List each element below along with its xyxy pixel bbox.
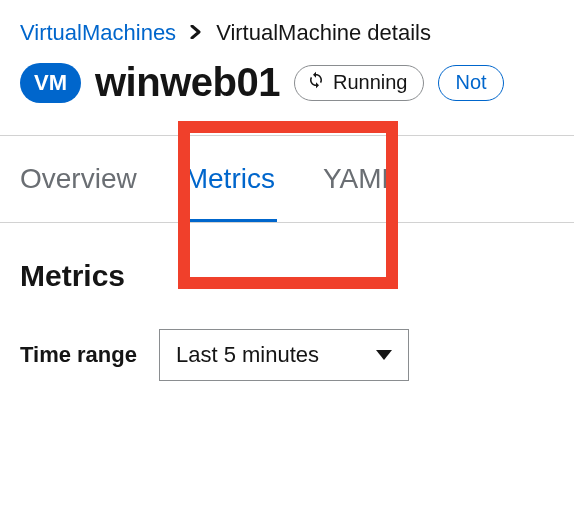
breadcrumb: VirtualMachines VirtualMachine details — [20, 20, 574, 46]
time-range-row: Time range Last 5 minutes — [20, 329, 574, 381]
breadcrumb-parent-link[interactable]: VirtualMachines — [20, 20, 176, 46]
caret-down-icon — [376, 350, 392, 360]
status-badge: Running — [294, 65, 425, 101]
divider — [0, 222, 574, 223]
tab-metrics[interactable]: Metrics — [161, 135, 299, 223]
tabs: Overview Metrics YAML — [20, 135, 574, 223]
tab-overview[interactable]: Overview — [20, 135, 161, 223]
time-range-value: Last 5 minutes — [176, 342, 319, 368]
status-text: Running — [333, 71, 408, 94]
time-range-dropdown[interactable]: Last 5 minutes — [159, 329, 409, 381]
tab-yaml[interactable]: YAML — [299, 135, 421, 223]
section-title: Metrics — [20, 259, 574, 293]
action-pill-partial[interactable]: Not — [438, 65, 503, 101]
metrics-section: Metrics Time range Last 5 minutes — [20, 223, 574, 381]
page-header: VM winweb01 Running Not — [20, 60, 574, 105]
chevron-right-icon — [190, 23, 202, 44]
vm-badge: VM — [20, 63, 81, 103]
time-range-label: Time range — [20, 342, 137, 368]
page-title: winweb01 — [95, 60, 280, 105]
sync-icon — [307, 71, 325, 94]
breadcrumb-current: VirtualMachine details — [216, 20, 431, 46]
